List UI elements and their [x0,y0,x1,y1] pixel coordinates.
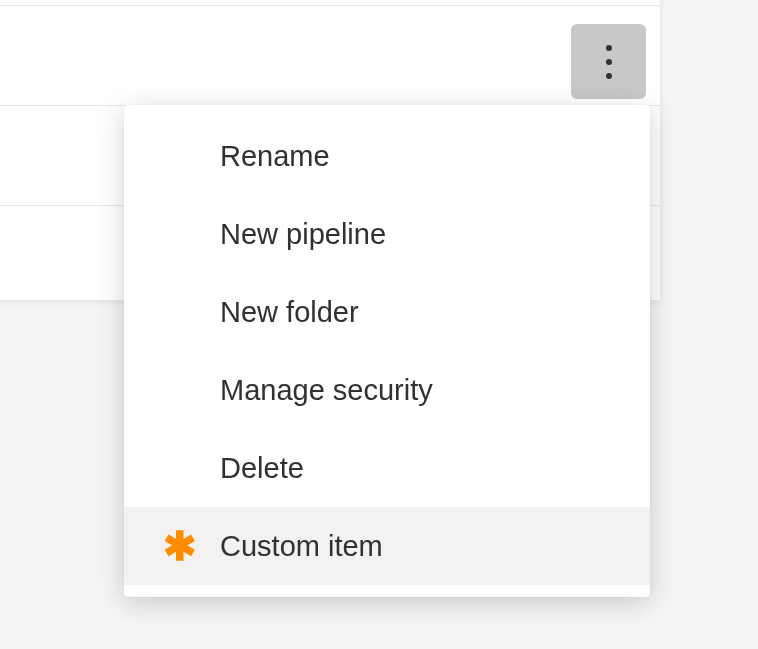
context-menu: Rename New pipeline New folder Manage se… [124,105,650,597]
menu-item-custom-item[interactable]: ✱ Custom item [124,507,650,585]
menu-item-label: Manage security [220,374,433,407]
menu-item-new-folder[interactable]: New folder [124,273,650,351]
menu-item-delete[interactable]: Delete [124,429,650,507]
asterisk-icon: ✱ [164,530,196,562]
menu-item-label: Delete [220,452,304,485]
kebab-icon [606,41,612,83]
more-options-button[interactable] [571,24,646,99]
menu-item-new-pipeline[interactable]: New pipeline [124,195,650,273]
menu-item-label: New pipeline [220,218,386,251]
menu-item-label: Custom item [220,530,383,563]
menu-item-manage-security[interactable]: Manage security [124,351,650,429]
menu-item-rename[interactable]: Rename [124,117,650,195]
menu-item-label: New folder [220,296,359,329]
divider [0,5,660,6]
menu-item-label: Rename [220,140,330,173]
